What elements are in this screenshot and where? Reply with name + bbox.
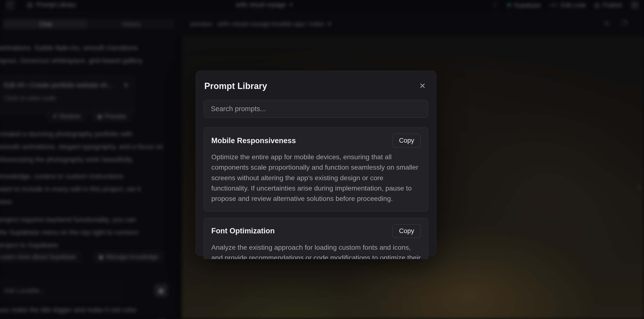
copy-button[interactable]: Copy [392, 134, 421, 148]
prompt-description: Analyze the existing approach for loadin… [211, 242, 421, 259]
prompt-list: Mobile Responsiveness Copy Optimize the … [204, 127, 428, 259]
close-icon[interactable]: ✕ [417, 81, 428, 91]
prompt-card-mobile-responsiveness: Mobile Responsiveness Copy Optimize the … [204, 127, 428, 212]
prompt-card-font-optimization: Font Optimization Copy Analyze the exist… [204, 218, 428, 259]
prompt-title: Mobile Responsiveness [211, 136, 296, 145]
prompt-library-modal: Prompt Library ✕ Mobile Responsiveness C… [196, 71, 436, 256]
prompt-description: Optimize the entire app for mobile devic… [211, 152, 421, 204]
prompt-title: Font Optimization [211, 226, 274, 235]
search-box [204, 100, 428, 118]
modal-title: Prompt Library [204, 81, 267, 91]
copy-button[interactable]: Copy [392, 224, 421, 238]
search-input[interactable] [204, 105, 428, 113]
